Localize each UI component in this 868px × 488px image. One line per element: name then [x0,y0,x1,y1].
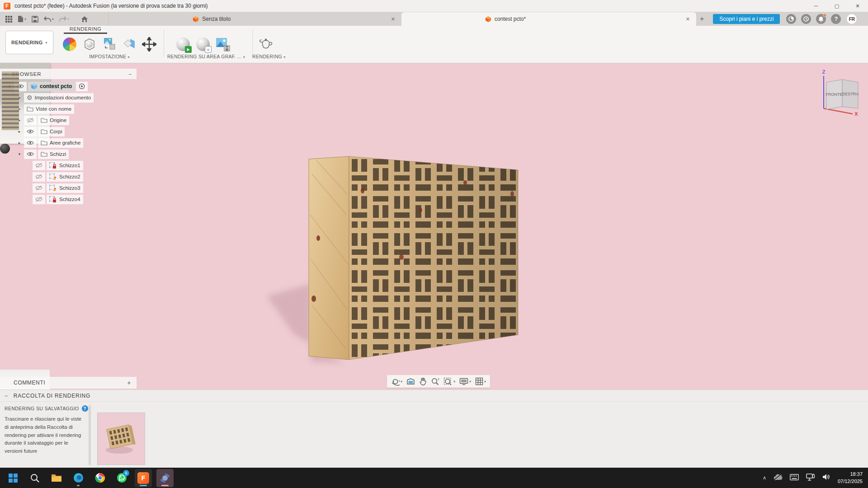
visibility-eye-off-icon[interactable] [33,172,45,182]
decal-icon[interactable] [102,37,117,52]
edge-browser-icon[interactable] [70,469,87,487]
render-in-canvas-settings-icon[interactable]: ≡ [195,37,211,52]
browser-row-schizzo3[interactable]: Schizzo3 [33,183,83,193]
minimize-button[interactable]: ─ [806,0,826,12]
browser-row-named-views[interactable]: ▸ Viste con nome [16,104,74,114]
gallery-divider[interactable] [89,405,91,465]
schizzi-item[interactable]: Schizzi [38,150,69,159]
workspace-selector-button[interactable]: RENDERING ▾ [5,31,53,54]
corpi-item[interactable]: Corpi [38,127,65,136]
visibility-eye-off-icon[interactable] [24,116,37,125]
visibility-eye-icon[interactable] [24,150,37,159]
visibility-eye-off-icon[interactable] [33,161,45,170]
view-cube[interactable]: FRONTE DESTRA Z X [816,69,868,117]
touch-keyboard-icon[interactable] [790,474,799,482]
connection-status-icon[interactable] [786,14,796,24]
group-caret-icon: ▾ [283,55,285,59]
viewport-3d[interactable]: « BROWSER − ▾ contest pcto [0,63,868,389]
visibility-eye-icon[interactable] [24,127,37,136]
user-avatar[interactable]: FR [846,14,857,24]
chevron-down-icon[interactable]: ▾ [16,152,23,156]
file-explorer-icon[interactable] [48,469,65,487]
tab-close-icon[interactable]: ✕ [684,15,692,23]
browser-row-aree-grafiche[interactable]: ▸ Aree grafiche [16,138,83,148]
new-tab-button[interactable]: + [696,15,708,23]
search-icon[interactable] [26,469,43,487]
origine-item[interactable]: Origine [38,116,69,125]
schizzo3-item[interactable]: Schizzo3 [47,183,83,193]
group-label-rendering[interactable]: RENDERING ▾ [244,54,294,59]
named-views-item[interactable]: Viste con nome [24,104,74,114]
whatsapp-icon[interactable]: 6 [113,469,130,487]
model-perforated-brick[interactable] [0,63,868,389]
document-tab-senza-titolo[interactable]: Senza titolo ✕ [108,12,401,26]
schizzo1-item[interactable]: Schizzo1 [47,161,83,170]
undo-button[interactable]: ▾ [42,15,56,23]
chrome-browser-icon[interactable] [91,469,108,487]
render-teapot-icon[interactable] [259,37,274,52]
visibility-eye-off-icon[interactable] [33,183,45,193]
activate-component-radio-icon[interactable] [76,82,88,91]
collapse-gallery-icon[interactable]: − [5,393,8,399]
document-settings-item[interactable]: ⚙ Impostazioni documento [24,93,94,103]
home-view-button[interactable] [79,14,90,24]
job-status-icon[interactable] [801,14,811,24]
browser-row-schizzo1[interactable]: Schizzo1 [33,160,83,170]
fusion-taskbar-icon[interactable]: F [135,469,152,487]
group-label-impostazione[interactable]: IMPOSTAZIONE ▾ [62,54,157,59]
app-grid-icon[interactable] [4,14,14,24]
gear-icon: ⚙ [27,94,33,101]
texture-map-plane-icon[interactable] [122,37,137,52]
visibility-eye-off-icon[interactable] [33,195,45,204]
ribbon-tab-rendering[interactable]: RENDERING [64,26,107,32]
component-item[interactable]: contest pcto [28,82,75,91]
grid-layout-icon[interactable]: ▾ [474,376,487,387]
pan-icon[interactable] [418,376,428,387]
notifications-bell-icon[interactable] [816,14,826,24]
zoom-window-icon[interactable]: ▾ [442,376,457,387]
help-icon[interactable]: ? [82,405,88,412]
minimize-panel-icon[interactable]: − [128,71,132,77]
browser-row-schizzo2[interactable]: Schizzo2 [33,172,83,182]
schizzo2-item[interactable]: Schizzo2 [47,172,83,182]
redo-button[interactable]: ▾ [57,15,71,23]
chevron-right-icon[interactable]: ▸ [16,141,23,145]
add-comment-icon[interactable]: + [127,379,131,386]
capture-image-icon[interactable] [215,37,231,52]
active-app-sync-icon[interactable] [156,469,174,487]
taskbar-clock[interactable]: 18:37 07/12/2025 [838,471,863,485]
group-label-rendering-area[interactable]: RENDERING SU AREA GRAF. ... ▾ [163,54,250,59]
save-button[interactable] [30,14,40,24]
network-icon[interactable] [806,474,815,483]
new-file-button[interactable]: ▾ [16,14,28,24]
comments-bar[interactable]: COMMENTI + [0,377,137,389]
render-thumbnail[interactable] [97,413,145,465]
move-icon[interactable] [142,37,157,52]
zoom-icon[interactable]: ± [429,376,441,387]
browser-row-schizzi[interactable]: ▾ Schizzi [16,149,69,159]
scene-settings-icon[interactable] [82,37,97,52]
tray-chevron-icon[interactable]: ∧ [763,475,766,481]
orbit-icon[interactable]: ▾ [390,376,404,387]
onedrive-offline-icon[interactable] [774,474,783,482]
look-at-icon[interactable] [405,376,416,386]
appearance-icon[interactable] [62,37,77,52]
browser-row-corpi[interactable]: ▸ Corpi [16,127,65,136]
maximize-button[interactable]: ▢ [826,0,847,12]
schizzo4-item[interactable]: Schizzo4 [47,195,83,204]
display-settings-icon[interactable]: ▾ [458,376,472,386]
aree-grafiche-item[interactable]: Aree grafiche [38,138,83,148]
browser-row-schizzo4[interactable]: Schizzo4 [33,194,83,204]
close-button[interactable]: ✕ [847,0,868,12]
render-in-canvas-icon[interactable]: ▶ [175,37,191,52]
browser-row-origine[interactable]: ▸ Origine [16,115,69,125]
help-icon[interactable]: ? [831,14,841,24]
browser-row-document-settings[interactable]: ▸ ⚙ Impostazioni documento [16,93,94,103]
plans-pricing-button[interactable]: Scopri i piani e i prezzi [713,14,780,24]
visibility-eye-icon[interactable] [24,138,37,148]
volume-icon[interactable] [822,474,830,482]
tab-label: Senza titolo [202,16,231,22]
start-button[interactable] [5,469,22,487]
tab-close-icon[interactable]: ✕ [389,15,397,23]
document-tab-contest-pcto[interactable]: contest pcto* ✕ [401,12,696,26]
